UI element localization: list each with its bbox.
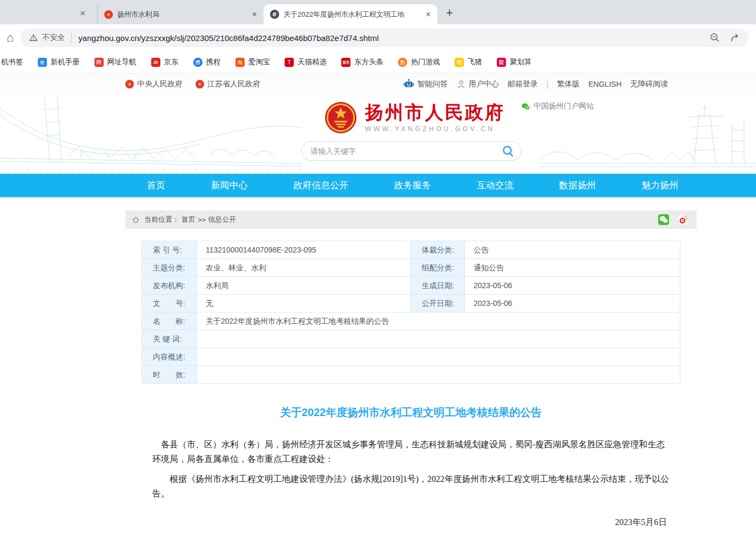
nav-charming-yangzhou[interactable]: 魅力扬州 [642, 179, 678, 192]
meta-value: 公告 [465, 241, 681, 258]
meta-value: 关于2022年度扬州市水利工程文明工地考核结果的公告 [197, 312, 681, 330]
meta-label: 关 键 词: [142, 330, 197, 348]
meta-row: 文 号: 无 公开日期: 2023-05-06 [142, 295, 680, 312]
article: 关于2022年度扬州市水利工程文明工地考核结果的公告 各县（市、区）水利（务）局… [125, 405, 697, 538]
close-icon[interactable]: × [80, 8, 85, 19]
user-center-label: 用户中心 [469, 79, 499, 89]
bookmark-hot-games[interactable]: 热 热门游戏 [398, 57, 440, 67]
url-text: yangzhou.gov.cn/yzszxxgk/slj/202305/210c… [78, 33, 704, 43]
manual-icon: ≣ [38, 58, 47, 67]
eastday-icon: 东方 [341, 58, 350, 67]
bookmark-label: 东方头条 [354, 57, 383, 67]
bridge-artwork [0, 94, 302, 174]
english-version-link[interactable]: ENGLISH [589, 80, 622, 88]
bookmark-fliggy[interactable]: 猪 飞猪 [455, 57, 482, 67]
meta-row: 索 引 号: 11321000014407098E-2023-095 体裁分类:… [142, 241, 680, 259]
bookmark-label: 聚划算 [510, 57, 532, 67]
browser-address-bar: ⌂ 不安全 yangzhou.gov.cn/yzszxxgk/slj/20230… [0, 24, 756, 51]
site-url: WWW.YANGZHOU.GOV.CN [365, 125, 505, 133]
bookmark-eastday[interactable]: 东方 东方头条 [341, 57, 383, 67]
ctrip-icon: 携 [193, 58, 202, 67]
close-icon[interactable]: × [425, 10, 432, 19]
bookmark-url-navigation[interactable]: 网 网址导航 [94, 57, 137, 67]
meta-label: 名 称: [142, 312, 197, 330]
national-emblem-icon [324, 101, 357, 134]
article-paragraph: 根据《扬州市水利工程文明工地建设管理办法》(扬水规[2019]1号)，2022年… [152, 472, 670, 501]
mail-login-link[interactable]: 邮箱登录 [508, 79, 538, 89]
weibo-share-icon[interactable] [677, 214, 689, 226]
bookmark-aitaobao[interactable]: 淘 爱淘宝 [235, 57, 271, 67]
meta-value: 通知公告 [465, 259, 681, 276]
search-icon[interactable] [502, 145, 515, 158]
bookmark-new-phone-manual[interactable]: ≣ 新机手册 [38, 57, 80, 67]
fliggy-pig-icon: 猪 [455, 58, 464, 67]
site-title: 扬州市人民政府 [365, 103, 505, 122]
jd-icon: JD [151, 58, 160, 67]
meta-value [197, 330, 681, 348]
meta-label: 文 号: [142, 295, 197, 312]
divider: | [546, 80, 549, 88]
gov-utility-bar: ★ 中央人民政府 ★ 江苏省人民政府 智能问答 [0, 73, 756, 94]
bookmark-tmall[interactable]: T 天猫精选 [285, 57, 327, 67]
wechat-icon [521, 102, 530, 111]
article-title: 关于2022年度扬州市水利工程文明工地考核结果的公告 [152, 405, 670, 420]
close-icon[interactable]: × [251, 10, 258, 19]
bookmark-juhuasuan[interactable]: 聚 聚划算 [497, 57, 532, 67]
share-icon[interactable] [730, 32, 741, 43]
user-icon [456, 79, 466, 89]
meta-label: 时 效: [142, 366, 197, 383]
site-header-banner: 扬州市人民政府 WWW.YANGZHOU.GOV.CN 中国扬州门户网站 [0, 94, 756, 174]
bookmark-jd[interactable]: JD 京东 [151, 57, 179, 67]
meta-value: 2023-05-06 [465, 277, 681, 294]
search-input[interactable] [310, 147, 502, 155]
site-logo[interactable]: 扬州市人民政府 WWW.YANGZHOU.GOV.CN [324, 101, 505, 134]
home-icon[interactable]: ⌂ [6, 32, 14, 44]
nav-info-disclosure[interactable]: 政府信息公开 [293, 179, 348, 192]
traditional-version-link[interactable]: 繁体版 [557, 79, 580, 89]
tab-active-announcement[interactable]: e 关于2022年度扬州市水利工程文明工地 × [264, 4, 437, 24]
meta-label: 主题分类: [142, 259, 197, 276]
nav-gov-services[interactable]: 政务服务 [394, 179, 431, 192]
meta-value: 水利局 [197, 277, 411, 294]
article-paragraph: 各县（市、区）水利（务）局，扬州经济开发区城乡事务管理局，生态科技新城规划建设局… [152, 437, 670, 466]
juhuasuan-icon: 聚 [497, 58, 506, 67]
user-center-link[interactable]: 用户中心 [456, 79, 499, 89]
link-jiangsu-government[interactable]: ★ 江苏省人民政府 [195, 79, 260, 89]
meta-row: 内容概述: [142, 348, 680, 366]
zoom-out-icon[interactable] [710, 32, 720, 43]
bookmark-label: 网址导航 [107, 57, 137, 67]
gov-link-label: 中央人民政府 [137, 79, 183, 89]
meta-value: 11321000014407098E-2023-095 [197, 241, 411, 258]
new-tab-button[interactable]: + [446, 6, 453, 20]
nav-news-center[interactable]: 新闻中心 [211, 179, 248, 192]
wechat-portal-link[interactable]: 中国扬州门户网站 [521, 101, 594, 111]
wechat-share-icon[interactable] [658, 214, 670, 226]
nav-home[interactable]: 首页 [147, 179, 165, 192]
home-outline-icon [132, 216, 140, 224]
meta-row: 发布机构: 水利局 生成日期: 2023-05-06 [142, 277, 680, 295]
breadcrumb-current[interactable]: 信息公开 [208, 215, 236, 224]
meta-label: 生成日期: [411, 277, 465, 294]
bookmark-phone-bookmarks[interactable]: 机书签 [1, 57, 23, 67]
breadcrumb-home-link[interactable]: 首页 [181, 215, 195, 224]
bookmark-ctrip[interactable]: 携 携程 [193, 57, 221, 67]
nav-data-yangzhou[interactable]: 数据扬州 [559, 179, 596, 192]
nav-interaction[interactable]: 互动交流 [477, 179, 514, 192]
meta-value: 2023-05-06 [465, 295, 681, 312]
bookmark-label: 机书签 [1, 57, 23, 67]
meta-label: 内容概述: [142, 348, 197, 365]
bookmark-label: 爱淘宝 [248, 57, 271, 67]
site-favicon-icon: e [270, 10, 279, 19]
accessibility-link[interactable]: 无障碍阅读 [630, 79, 668, 89]
taobao-icon: 淘 [235, 58, 245, 67]
navigation-icon: 网 [94, 58, 104, 67]
smart-qa-link[interactable]: 智能问答 [403, 79, 448, 90]
meta-row: 名 称: 关于2022年度扬州市水利工程文明工地考核结果的公告 [142, 312, 680, 330]
meta-label: 发布机构: [142, 277, 197, 294]
meta-value: 无 [197, 295, 411, 312]
link-central-government[interactable]: ★ 中央人民政府 [125, 79, 183, 89]
breadcrumb-label: 当前位置： [144, 215, 179, 224]
url-field[interactable]: 不安全 yangzhou.gov.cn/yzszxxgk/slj/202305/… [20, 29, 748, 47]
tab-yangzhou-water-bureau[interactable]: ★ 扬州市水利局 × [97, 4, 264, 24]
tab-title: 扬州市水利局 [117, 10, 248, 19]
